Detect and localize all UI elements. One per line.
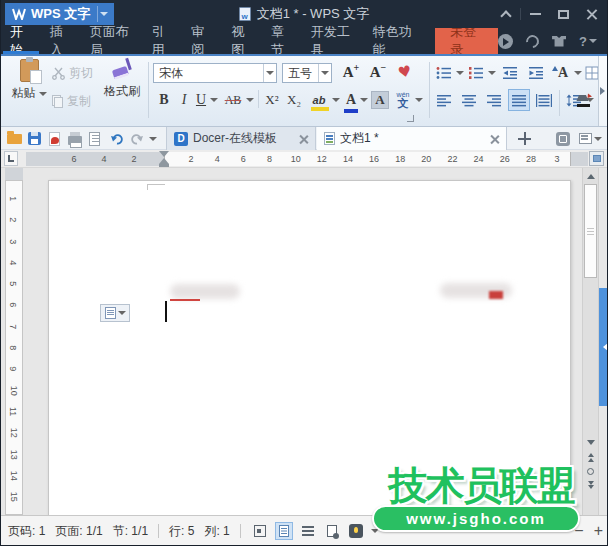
print-button[interactable] [65,129,84,148]
fill-color-button[interactable] [575,89,593,111]
tab-list-button[interactable] [577,129,603,148]
char-shading-button[interactable]: A [369,89,391,111]
docer-icon: D [174,132,188,146]
font-color-button[interactable]: A [341,89,361,111]
close-tab-icon[interactable] [490,134,499,143]
bold-button[interactable]: B [154,89,174,111]
shrink-font-button[interactable]: A− [366,64,390,81]
history-button[interactable] [553,129,572,148]
new-tab-button[interactable] [518,132,531,145]
numbered-list-caret-icon[interactable] [487,63,497,83]
tab-special-features[interactable]: 特色功能 [364,28,426,54]
outline-view-button[interactable] [299,522,317,540]
ruler-number: 14 [335,154,361,164]
paste-button[interactable]: 粘贴 [7,59,51,113]
underline-button[interactable]: U [193,89,209,111]
font-dialog-launcher-icon[interactable] [407,115,414,122]
scroll-down-button[interactable] [583,436,598,450]
numbered-list-button[interactable] [465,63,487,83]
minimize-button[interactable] [521,2,549,26]
save-button[interactable] [25,129,44,148]
justify-button[interactable] [508,89,530,111]
tab-stop-selector[interactable] [4,151,18,166]
increase-indent-button[interactable] [525,63,547,83]
ruler-numbers: 2468101214161820222426283 [165,152,570,166]
skin-icon[interactable] [552,36,566,47]
wps-menu-button[interactable]: WPS 文字 [5,3,114,25]
help-label: ? [579,34,587,49]
ruler-number: 13 [3,449,24,459]
underline-caret-icon[interactable] [209,89,219,111]
open-file-button[interactable] [5,129,24,148]
page-view-button[interactable] [275,522,293,540]
align-left-button[interactable] [433,89,455,111]
left-indent-marker[interactable] [159,164,169,167]
community-icon[interactable] [498,34,513,49]
format-painter-button[interactable]: 格式刷 [98,59,146,113]
justify-icon [511,94,527,107]
tab-section[interactable]: 章节 [262,28,302,54]
pinyin-caret-icon[interactable] [414,89,424,111]
document-protect-button[interactable] [323,522,341,540]
docer-cloud-icon[interactable] [523,32,541,50]
align-right-button[interactable] [483,89,505,111]
italic-button[interactable]: I [176,89,192,111]
font-family-combobox[interactable]: 宋体 [153,63,277,83]
spellcheck-button[interactable] [347,522,365,540]
highlight-button[interactable]: ab [307,89,331,111]
ribbon-more-button[interactable] [598,56,607,126]
grow-font-button[interactable]: A+ [339,64,363,81]
collapse-ribbon-button[interactable] [492,2,520,26]
redo-button[interactable] [127,129,146,148]
distribute-button[interactable] [533,89,555,111]
undo-button[interactable] [107,129,126,148]
clear-format-button[interactable]: ♥ [394,63,416,81]
subscript-button[interactable]: X₂ [284,89,304,111]
tab-insert[interactable]: 插入 [41,28,81,54]
indent-markers[interactable] [158,151,170,167]
highlight-caret-icon[interactable] [331,89,341,111]
fullscreen-view-button[interactable] [251,522,269,540]
decrease-indent-button[interactable] [499,63,521,83]
tab-review[interactable]: 审阅 [182,28,222,54]
close-button[interactable] [577,2,605,26]
maximize-button[interactable] [549,2,577,26]
page-setup-icon[interactable] [589,151,604,166]
superscript-button[interactable]: X² [262,89,282,111]
tab-developer[interactable]: 开发工具 [302,28,364,54]
hanging-indent-marker[interactable] [159,153,169,164]
export-pdf-button[interactable] [45,129,64,148]
tab-view[interactable]: 视图 [222,28,262,54]
strikethrough-caret-icon[interactable] [245,89,255,111]
tab-home[interactable]: 开始 [1,28,41,54]
bullet-list-caret-icon[interactable] [455,63,465,83]
text-size-tool-caret-icon[interactable] [573,63,583,83]
scroll-up-button[interactable] [583,168,598,184]
text-size-tool-button[interactable]: A [553,63,573,83]
tab-docer-templates[interactable]: D Docer-在线模板 [166,127,316,150]
zoom-in-button[interactable]: + [594,522,603,540]
paste-options-button[interactable] [100,304,130,322]
tab-document1[interactable]: 文档1 * [317,127,507,150]
tab-page-layout[interactable]: 页面布局 [81,28,143,54]
help-button[interactable]: ? [579,34,597,49]
page-view-icon [279,525,289,537]
bullet-list-button[interactable] [433,63,455,83]
task-pane-toggle[interactable] [599,288,607,406]
copy-button[interactable]: 复制 [52,93,91,110]
ruler-number: 11 [3,407,24,416]
cut-button[interactable]: 剪切 [52,65,93,82]
font-size-combobox[interactable]: 五号 [282,63,332,83]
pinyin-guide-button[interactable]: wén文 [392,89,414,111]
align-center-button[interactable] [458,89,480,111]
tab-references[interactable]: 引用 [142,28,182,54]
quick-access-caret-icon[interactable] [147,129,159,148]
window-controls [492,0,605,28]
print-preview-button[interactable] [85,129,104,148]
font-color-caret-icon[interactable] [359,89,369,111]
close-tab-icon[interactable] [299,134,308,143]
strikethrough-button[interactable]: AB [221,89,245,111]
scrollbar-thumb[interactable] [584,184,597,278]
spellcheck-caret-icon[interactable] [371,529,379,537]
ruler-number: 14 [3,471,24,481]
